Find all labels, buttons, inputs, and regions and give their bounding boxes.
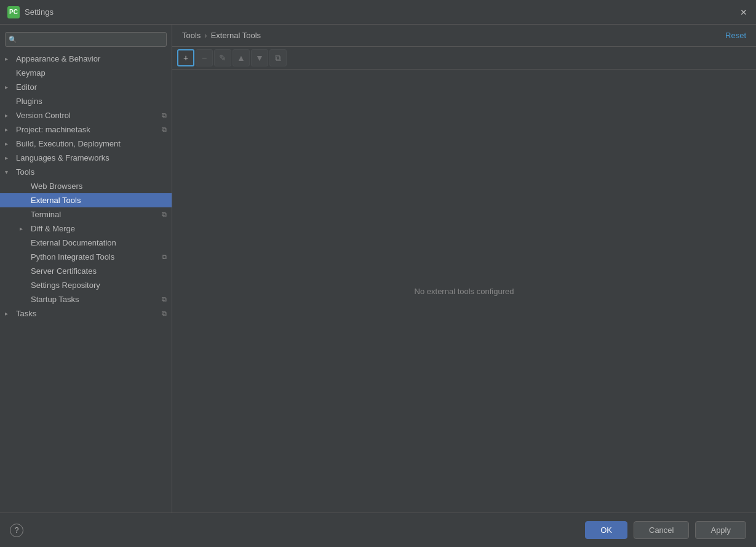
sidebar-item-languages[interactable]: ▸Languages & Frameworks xyxy=(0,151,172,165)
sidebar-item-server-certs[interactable]: Server Certificates xyxy=(0,264,172,278)
main-content: 🔍 ▸Appearance & BehaviorKeymap▸EditorPlu… xyxy=(0,25,756,513)
sidebar-label-web-browsers: Web Browsers xyxy=(31,182,167,191)
empty-message: No external tools configured xyxy=(415,287,514,296)
expand-arrow-languages: ▸ xyxy=(5,154,15,161)
action-buttons: OK Cancel Apply xyxy=(585,521,746,539)
add-tool-button[interactable]: + xyxy=(177,49,194,66)
reset-link[interactable]: Reset xyxy=(725,31,746,40)
search-box: 🔍 xyxy=(5,32,167,47)
breadcrumb-parent: Tools xyxy=(182,31,201,40)
sidebar-item-tasks[interactable]: ▸Tasks⧉ xyxy=(0,306,172,321)
sidebar-label-startup-tasks: Startup Tasks xyxy=(31,295,162,304)
move-up-button[interactable]: ▲ xyxy=(233,49,250,66)
edit-tool-button[interactable]: ✎ xyxy=(214,49,231,66)
expand-arrow-editor: ▸ xyxy=(5,84,15,90)
sidebar-item-python-tools[interactable]: Python Integrated Tools⧉ xyxy=(0,250,172,264)
sidebar-item-external-tools[interactable]: External Tools xyxy=(0,193,172,207)
copy-icon-project: ⧉ xyxy=(162,126,167,134)
sidebar-label-project: Project: machinetask xyxy=(16,125,162,134)
sidebar-item-external-doc[interactable]: External Documentation xyxy=(0,236,172,250)
expand-arrow-tasks: ▸ xyxy=(5,310,15,317)
sidebar-label-terminal: Terminal xyxy=(31,210,162,219)
sidebar-label-tools: Tools xyxy=(16,167,167,177)
sidebar-items-container: ▸Appearance & BehaviorKeymap▸EditorPlugi… xyxy=(0,52,172,321)
toolbar: + − ✎ ▲ ▼ ⧉ xyxy=(172,47,756,70)
expand-arrow-tools: ▾ xyxy=(5,169,15,175)
sidebar-item-editor[interactable]: ▸Editor xyxy=(0,80,172,94)
window-title: Settings xyxy=(25,7,739,17)
sidebar-item-build[interactable]: ▸Build, Execution, Deployment xyxy=(0,137,172,151)
sidebar-label-editor: Editor xyxy=(16,82,167,92)
breadcrumb-bar: Tools › External Tools Reset xyxy=(172,25,756,47)
sidebar-label-keymap: Keymap xyxy=(16,68,167,78)
sidebar-item-plugins[interactable]: Plugins xyxy=(0,94,172,108)
move-down-button[interactable]: ▼ xyxy=(251,49,268,66)
sidebar-label-version-control: Version Control xyxy=(16,111,162,120)
sidebar-item-project[interactable]: ▸Project: machinetask⧉ xyxy=(0,122,172,137)
sidebar: 🔍 ▸Appearance & BehaviorKeymap▸EditorPlu… xyxy=(0,25,172,513)
sidebar-label-external-tools: External Tools xyxy=(31,196,167,205)
expand-arrow-appearance: ▸ xyxy=(5,55,15,62)
copy-icon-python-tools: ⧉ xyxy=(162,253,167,261)
title-bar: PC Settings ✕ xyxy=(0,0,756,25)
copy-icon-tasks: ⧉ xyxy=(162,309,167,317)
sidebar-label-build: Build, Execution, Deployment xyxy=(16,139,167,148)
search-icon: 🔍 xyxy=(9,36,17,44)
sidebar-item-tools[interactable]: ▾Tools xyxy=(0,165,172,179)
sidebar-item-web-browsers[interactable]: Web Browsers xyxy=(0,179,172,193)
sidebar-item-terminal[interactable]: Terminal⧉ xyxy=(0,207,172,222)
copy-icon-terminal: ⧉ xyxy=(162,210,167,218)
breadcrumb: Tools › External Tools xyxy=(182,31,261,40)
right-panel: Tools › External Tools Reset + − ✎ ▲ xyxy=(172,25,756,513)
sidebar-label-settings-repo: Settings Repository xyxy=(31,281,167,290)
sidebar-label-python-tools: Python Integrated Tools xyxy=(31,252,162,262)
expand-arrow-project: ▸ xyxy=(5,126,15,133)
apply-button[interactable]: Apply xyxy=(695,521,746,539)
expand-arrow-version-control: ▸ xyxy=(5,112,15,119)
app-icon: PC xyxy=(7,6,20,18)
sidebar-label-server-certs: Server Certificates xyxy=(31,266,167,276)
breadcrumb-separator: › xyxy=(204,31,207,40)
sidebar-label-languages: Languages & Frameworks xyxy=(16,153,167,162)
copy-tool-button[interactable]: ⧉ xyxy=(269,49,287,66)
expand-arrow-build: ▸ xyxy=(5,140,15,147)
sidebar-item-settings-repo[interactable]: Settings Repository xyxy=(0,278,172,292)
sidebar-item-diff-merge[interactable]: ▸Diff & Merge xyxy=(0,222,172,236)
content-area: No external tools configured xyxy=(172,70,756,513)
expand-arrow-diff-merge: ▸ xyxy=(20,225,30,232)
sidebar-item-version-control[interactable]: ▸Version Control⧉ xyxy=(0,108,172,122)
copy-icon-version-control: ⧉ xyxy=(162,111,167,119)
sidebar-label-tasks: Tasks xyxy=(16,309,162,318)
settings-dialog: PC Settings ✕ 🔍 ▸Appearance & BehaviorKe… xyxy=(0,0,756,547)
remove-tool-button[interactable]: − xyxy=(196,49,213,66)
help-button[interactable]: ? xyxy=(10,524,23,537)
breadcrumb-current: External Tools xyxy=(211,31,261,40)
sidebar-item-appearance[interactable]: ▸Appearance & Behavior xyxy=(0,52,172,66)
sidebar-label-external-doc: External Documentation xyxy=(31,238,167,247)
search-input[interactable] xyxy=(5,32,167,47)
copy-icon-startup-tasks: ⧉ xyxy=(162,295,167,303)
sidebar-label-diff-merge: Diff & Merge xyxy=(31,224,167,233)
close-button[interactable]: ✕ xyxy=(739,7,749,17)
bottom-bar: ? OK Cancel Apply xyxy=(0,513,756,547)
cancel-button[interactable]: Cancel xyxy=(634,521,689,539)
sidebar-label-plugins: Plugins xyxy=(16,97,167,106)
ok-button[interactable]: OK xyxy=(585,521,627,539)
sidebar-item-keymap[interactable]: Keymap xyxy=(0,66,172,80)
sidebar-item-startup-tasks[interactable]: Startup Tasks⧉ xyxy=(0,292,172,306)
sidebar-label-appearance: Appearance & Behavior xyxy=(16,54,167,63)
